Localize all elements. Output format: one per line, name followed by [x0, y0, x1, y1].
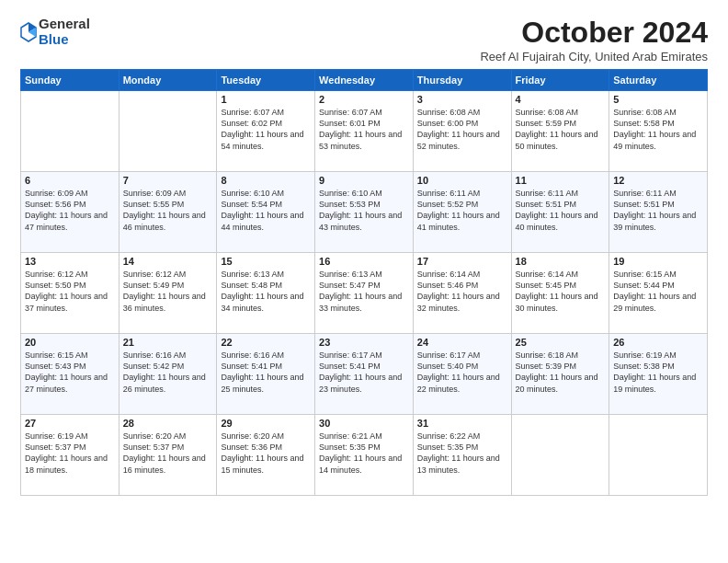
page: General Blue October 2024 Reef Al Fujair…: [0, 0, 728, 563]
month-title: October 2024: [480, 17, 708, 49]
cell-text: Sunrise: 6:15 AM Sunset: 5:43 PM Dayligh…: [25, 350, 115, 395]
calendar-cell: 15Sunrise: 6:13 AM Sunset: 5:48 PM Dayli…: [217, 253, 315, 334]
logo-blue: Blue: [39, 32, 90, 48]
day-number: 11: [516, 175, 606, 186]
day-header-saturday: Saturday: [609, 70, 708, 91]
logo-area: General Blue: [20, 17, 90, 47]
cell-text: Sunrise: 6:15 AM Sunset: 5:44 PM Dayligh…: [613, 269, 703, 314]
cell-text: Sunrise: 6:13 AM Sunset: 5:48 PM Dayligh…: [221, 269, 311, 314]
logo-icon: [20, 22, 37, 42]
header: General Blue October 2024 Reef Al Fujair…: [20, 17, 708, 63]
day-number: 31: [417, 418, 507, 429]
day-number: 30: [319, 418, 409, 429]
day-header-monday: Monday: [119, 70, 217, 91]
day-number: 29: [221, 418, 311, 429]
day-number: 19: [613, 256, 703, 267]
cell-text: Sunrise: 6:10 AM Sunset: 5:54 PM Dayligh…: [221, 188, 311, 233]
day-header-friday: Friday: [511, 70, 609, 91]
calendar-cell: 18Sunrise: 6:14 AM Sunset: 5:45 PM Dayli…: [511, 253, 609, 334]
calendar-cell: 16Sunrise: 6:13 AM Sunset: 5:47 PM Dayli…: [315, 253, 414, 334]
day-number: 22: [221, 337, 311, 348]
day-number: 6: [25, 175, 115, 186]
calendar-cell: 13Sunrise: 6:12 AM Sunset: 5:50 PM Dayli…: [21, 253, 119, 334]
cell-text: Sunrise: 6:12 AM Sunset: 5:50 PM Dayligh…: [25, 269, 115, 314]
cell-text: Sunrise: 6:10 AM Sunset: 5:53 PM Dayligh…: [319, 188, 409, 233]
calendar-cell: 28Sunrise: 6:20 AM Sunset: 5:37 PM Dayli…: [119, 415, 217, 496]
subtitle: Reef Al Fujairah City, United Arab Emira…: [480, 50, 708, 63]
calendar-cell: 22Sunrise: 6:16 AM Sunset: 5:41 PM Dayli…: [217, 334, 315, 415]
calendar-week-5: 27Sunrise: 6:19 AM Sunset: 5:37 PM Dayli…: [21, 415, 708, 496]
title-area: October 2024 Reef Al Fujairah City, Unit…: [480, 17, 708, 63]
calendar-cell: 11Sunrise: 6:11 AM Sunset: 5:51 PM Dayli…: [511, 172, 609, 253]
day-number: 8: [221, 175, 311, 186]
day-number: 7: [123, 175, 213, 186]
cell-text: Sunrise: 6:18 AM Sunset: 5:39 PM Dayligh…: [516, 350, 606, 395]
calendar-cell: 2Sunrise: 6:07 AM Sunset: 6:01 PM Daylig…: [315, 91, 414, 172]
calendar-cell: [21, 91, 119, 172]
calendar-cell: 24Sunrise: 6:17 AM Sunset: 5:40 PM Dayli…: [413, 334, 511, 415]
day-number: 2: [319, 94, 409, 105]
day-number: 28: [123, 418, 213, 429]
calendar-cell: [511, 415, 609, 496]
calendar-cell: 17Sunrise: 6:14 AM Sunset: 5:46 PM Dayli…: [413, 253, 511, 334]
calendar-cell: 14Sunrise: 6:12 AM Sunset: 5:49 PM Dayli…: [119, 253, 217, 334]
calendar-cell: 4Sunrise: 6:08 AM Sunset: 5:59 PM Daylig…: [511, 91, 609, 172]
calendar-cell: 20Sunrise: 6:15 AM Sunset: 5:43 PM Dayli…: [21, 334, 119, 415]
calendar-cell: 21Sunrise: 6:16 AM Sunset: 5:42 PM Dayli…: [119, 334, 217, 415]
day-number: 26: [613, 337, 703, 348]
day-number: 5: [613, 94, 703, 105]
calendar-cell: 25Sunrise: 6:18 AM Sunset: 5:39 PM Dayli…: [511, 334, 609, 415]
calendar-cell: 30Sunrise: 6:21 AM Sunset: 5:35 PM Dayli…: [315, 415, 414, 496]
cell-text: Sunrise: 6:11 AM Sunset: 5:51 PM Dayligh…: [516, 188, 606, 233]
calendar-header: SundayMondayTuesdayWednesdayThursdayFrid…: [21, 70, 708, 91]
cell-text: Sunrise: 6:21 AM Sunset: 5:35 PM Dayligh…: [319, 431, 409, 476]
calendar-cell: 26Sunrise: 6:19 AM Sunset: 5:38 PM Dayli…: [609, 334, 708, 415]
calendar-cell: 29Sunrise: 6:20 AM Sunset: 5:36 PM Dayli…: [217, 415, 315, 496]
day-number: 18: [516, 256, 606, 267]
calendar-cell: 5Sunrise: 6:08 AM Sunset: 5:58 PM Daylig…: [609, 91, 708, 172]
cell-text: Sunrise: 6:20 AM Sunset: 5:36 PM Dayligh…: [221, 431, 311, 476]
cell-text: Sunrise: 6:11 AM Sunset: 5:51 PM Dayligh…: [613, 188, 703, 233]
cell-text: Sunrise: 6:17 AM Sunset: 5:40 PM Dayligh…: [417, 350, 507, 395]
calendar-cell: 7Sunrise: 6:09 AM Sunset: 5:55 PM Daylig…: [119, 172, 217, 253]
day-header-tuesday: Tuesday: [217, 70, 315, 91]
calendar-cell: [119, 91, 217, 172]
cell-text: Sunrise: 6:08 AM Sunset: 5:58 PM Dayligh…: [613, 107, 703, 152]
day-number: 24: [417, 337, 507, 348]
day-header-sunday: Sunday: [21, 70, 119, 91]
header-row: SundayMondayTuesdayWednesdayThursdayFrid…: [21, 70, 708, 91]
calendar-cell: 12Sunrise: 6:11 AM Sunset: 5:51 PM Dayli…: [609, 172, 708, 253]
cell-text: Sunrise: 6:08 AM Sunset: 5:59 PM Dayligh…: [516, 107, 606, 152]
day-number: 17: [417, 256, 507, 267]
calendar-cell: 9Sunrise: 6:10 AM Sunset: 5:53 PM Daylig…: [315, 172, 414, 253]
day-number: 3: [417, 94, 507, 105]
cell-text: Sunrise: 6:09 AM Sunset: 5:55 PM Dayligh…: [123, 188, 213, 233]
calendar: SundayMondayTuesdayWednesdayThursdayFrid…: [20, 69, 708, 496]
day-number: 10: [417, 175, 507, 186]
cell-text: Sunrise: 6:16 AM Sunset: 5:42 PM Dayligh…: [123, 350, 213, 395]
cell-text: Sunrise: 6:07 AM Sunset: 6:02 PM Dayligh…: [221, 107, 311, 152]
calendar-cell: 27Sunrise: 6:19 AM Sunset: 5:37 PM Dayli…: [21, 415, 119, 496]
day-number: 13: [25, 256, 115, 267]
cell-text: Sunrise: 6:19 AM Sunset: 5:38 PM Dayligh…: [613, 350, 703, 395]
calendar-cell: 10Sunrise: 6:11 AM Sunset: 5:52 PM Dayli…: [413, 172, 511, 253]
cell-text: Sunrise: 6:16 AM Sunset: 5:41 PM Dayligh…: [221, 350, 311, 395]
cell-text: Sunrise: 6:22 AM Sunset: 5:35 PM Dayligh…: [417, 431, 507, 476]
cell-text: Sunrise: 6:12 AM Sunset: 5:49 PM Dayligh…: [123, 269, 213, 314]
calendar-week-3: 13Sunrise: 6:12 AM Sunset: 5:50 PM Dayli…: [21, 253, 708, 334]
day-number: 23: [319, 337, 409, 348]
cell-text: Sunrise: 6:13 AM Sunset: 5:47 PM Dayligh…: [319, 269, 409, 314]
cell-text: Sunrise: 6:14 AM Sunset: 5:46 PM Dayligh…: [417, 269, 507, 314]
calendar-cell: 3Sunrise: 6:08 AM Sunset: 6:00 PM Daylig…: [413, 91, 511, 172]
day-number: 15: [221, 256, 311, 267]
day-number: 1: [221, 94, 311, 105]
calendar-week-4: 20Sunrise: 6:15 AM Sunset: 5:43 PM Dayli…: [21, 334, 708, 415]
day-number: 25: [516, 337, 606, 348]
day-number: 4: [516, 94, 606, 105]
cell-text: Sunrise: 6:19 AM Sunset: 5:37 PM Dayligh…: [25, 431, 115, 476]
cell-text: Sunrise: 6:07 AM Sunset: 6:01 PM Dayligh…: [319, 107, 409, 152]
calendar-cell: 19Sunrise: 6:15 AM Sunset: 5:44 PM Dayli…: [609, 253, 708, 334]
logo-general: General: [39, 17, 90, 32]
day-number: 21: [123, 337, 213, 348]
day-header-thursday: Thursday: [413, 70, 511, 91]
